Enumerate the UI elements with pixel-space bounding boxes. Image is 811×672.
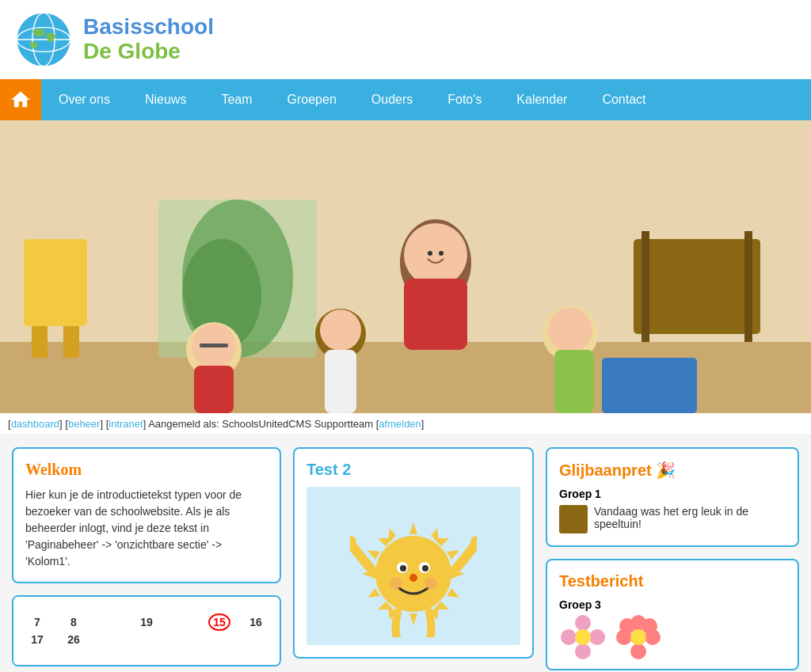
svg-point-13	[404, 223, 467, 287]
svg-marker-43	[367, 588, 380, 598]
svg-rect-17	[200, 344, 228, 347]
logo-line2: De Globe	[83, 40, 214, 64]
svg-point-63	[589, 629, 605, 645]
home-icon	[10, 89, 32, 111]
afmelden-link[interactable]: afmelden	[379, 418, 421, 430]
cal-cell-15: 15	[202, 614, 237, 630]
glijbaanpret-group: Groep 1	[559, 488, 786, 500]
svg-rect-25	[634, 239, 760, 334]
glijbaanpret-title: Glijbaanpret 🎉	[559, 461, 786, 480]
svg-point-23	[548, 308, 592, 352]
svg-point-54	[425, 577, 437, 590]
svg-point-50	[400, 565, 406, 571]
svg-marker-44	[367, 550, 380, 560]
cal-cell: 8	[56, 614, 91, 630]
calendar-card: 7 8 19 15 16 17 26	[12, 595, 281, 666]
flower-area	[559, 617, 786, 657]
test2-card: Test 2	[293, 447, 534, 659]
svg-marker-42	[447, 550, 459, 560]
nav-kalender[interactable]: Kalender	[499, 79, 584, 120]
testbericht-group: Groep 3	[559, 598, 786, 611]
middle-column: Test 2	[293, 447, 534, 672]
glijbaanpret-news-text: Vandaag was het erg leuk in de speeltuin…	[594, 505, 786, 530]
right-column: Glijbaanpret 🎉 Groep 1 Vandaag was het e…	[546, 447, 799, 672]
welkom-card: Welkom Hier kun je de introductietekst t…	[12, 447, 281, 583]
testbericht-card: Testbericht Groep 3	[546, 559, 799, 670]
flower-svg-1	[559, 613, 607, 661]
hero-image	[0, 120, 811, 413]
cal-cell: 7	[20, 614, 55, 630]
svg-rect-30	[602, 358, 697, 413]
calendar-preview: 7 8 19 15 16 17 26	[13, 597, 280, 665]
main-navbar: Over ons Nieuws Team Groepen Ouders Foto…	[0, 79, 811, 120]
glijbaanpret-card: Glijbaanpret 🎉 Groep 1 Vandaag was het e…	[546, 447, 799, 547]
welkom-title: Welkom	[25, 461, 268, 479]
nav-fotos[interactable]: Foto's	[430, 79, 499, 120]
news-thumb	[559, 505, 588, 533]
nav-over-ons[interactable]: Over ons	[41, 79, 128, 120]
logo-globe-icon	[16, 12, 71, 67]
svg-rect-14	[404, 279, 467, 350]
svg-point-20	[320, 309, 361, 351]
svg-point-64	[575, 629, 591, 645]
admin-bar: [dashboard] [beheer] [intranet] Aangemel…	[0, 413, 811, 435]
cal-cell	[93, 614, 128, 630]
svg-rect-24	[554, 350, 594, 413]
nav-groepen[interactable]: Groepen	[270, 79, 354, 120]
content-area: Welkom Hier kun je de introductietekst t…	[0, 435, 811, 672]
testbericht-title: Testbericht	[559, 572, 786, 590]
svg-rect-8	[63, 326, 79, 358]
nav-team[interactable]: Team	[204, 79, 269, 120]
logo-line1: Basisschool	[83, 15, 214, 40]
svg-point-67	[630, 644, 646, 659]
svg-marker-35	[409, 613, 417, 625]
cal-cell	[166, 614, 200, 630]
nav-ouders[interactable]: Ouders	[354, 79, 430, 120]
svg-rect-18	[194, 366, 234, 413]
cal-cell: 26	[56, 632, 91, 647]
logo-text: Basisschool De Globe	[83, 15, 214, 64]
sun-character-svg	[350, 495, 477, 637]
flower-svg-2	[615, 613, 662, 661]
intranet-link[interactable]: intranet	[109, 418, 143, 430]
svg-rect-6	[24, 239, 87, 326]
cal-cell: 19	[129, 614, 164, 630]
cal-cell: 16	[238, 614, 273, 630]
svg-rect-21	[325, 350, 356, 413]
svg-point-61	[575, 644, 591, 659]
svg-point-53	[390, 577, 402, 590]
nav-nieuws[interactable]: Nieuws	[128, 79, 204, 120]
home-nav-button[interactable]	[0, 79, 41, 120]
calendar-grid: 7 8 19 15 16 17 26	[13, 608, 280, 654]
svg-rect-7	[32, 326, 48, 358]
svg-point-29	[439, 251, 444, 256]
svg-marker-31	[409, 522, 417, 534]
svg-point-62	[561, 629, 577, 645]
svg-point-60	[575, 615, 591, 631]
glijbaanpret-news-item: Vandaag was het erg leuk in de speeltuin…	[559, 505, 786, 533]
dashboard-link[interactable]: dashboard	[11, 418, 59, 430]
svg-point-72	[630, 629, 646, 645]
cal-cell: 17	[20, 632, 55, 647]
beheer-link[interactable]: beheer	[68, 418, 100, 430]
site-header: Basisschool De Globe	[0, 0, 811, 79]
left-column: Welkom Hier kun je de introductietekst t…	[12, 447, 281, 672]
svg-point-52	[409, 574, 417, 582]
svg-point-51	[422, 565, 428, 571]
svg-marker-41	[447, 588, 459, 598]
svg-point-28	[428, 251, 432, 256]
svg-rect-27	[744, 231, 752, 342]
admin-user-text: ] Aangemeld als: SchoolsUnitedCMS Suppor…	[143, 418, 379, 430]
hero-scene-svg	[0, 120, 811, 413]
nav-contact[interactable]: Contact	[584, 79, 663, 120]
svg-rect-26	[642, 231, 649, 342]
test2-image	[307, 487, 520, 645]
welkom-body: Hier kun je de introductietekst typen vo…	[25, 487, 268, 570]
test2-title: Test 2	[307, 461, 520, 479]
